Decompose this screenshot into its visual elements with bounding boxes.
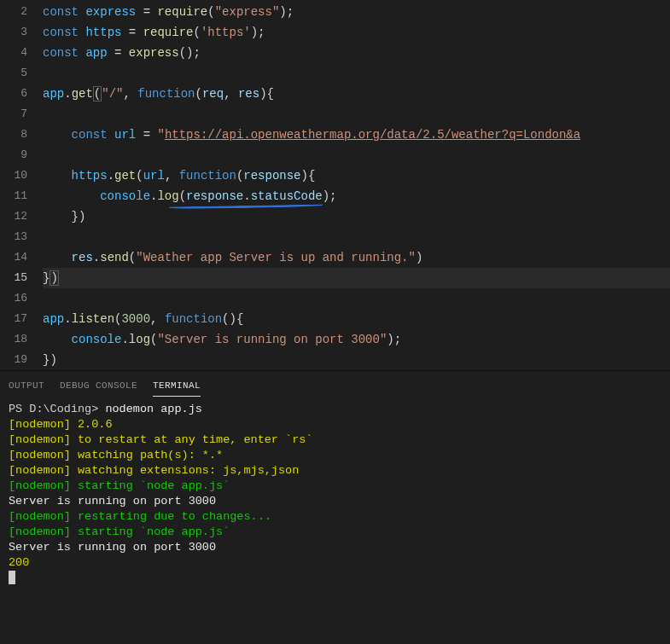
code-line[interactable]: }) <box>43 350 670 370</box>
line-number: 11 <box>0 186 27 206</box>
line-number: 5 <box>0 63 27 84</box>
code-line[interactable] <box>43 104 670 125</box>
line-number: 16 <box>0 288 27 309</box>
tab-terminal[interactable]: TERMINAL <box>153 380 201 397</box>
code-line[interactable]: console.log("Server is running on port 3… <box>43 329 670 350</box>
cursor-icon <box>9 571 15 584</box>
code-area[interactable]: const express = require("express");const… <box>43 2 670 370</box>
terminal-line: [nodemon] to restart at any time, enter … <box>9 432 661 448</box>
terminal-prompt-line: PS D:\Coding> nodemon app.js <box>9 402 661 417</box>
code-line[interactable]: const https = require('https'); <box>43 22 670 43</box>
terminal-line: [nodemon] watching path(s): *.* <box>9 448 661 463</box>
code-line[interactable]: }) <box>43 206 670 227</box>
line-number-gutter: 2345678910111213141516171819 <box>0 2 43 370</box>
tab-output[interactable]: OUTPUT <box>9 380 44 397</box>
line-number: 8 <box>0 125 27 145</box>
terminal-line: [nodemon] starting `node app.js` <box>9 479 661 494</box>
terminal-line: Server is running on port 3000 <box>9 494 661 509</box>
panel-tabs: OUTPUT DEBUG CONSOLE TERMINAL <box>0 374 670 397</box>
line-number: 18 <box>0 329 27 350</box>
code-line[interactable] <box>43 227 670 247</box>
code-line[interactable]: const express = require("express"); <box>43 2 670 22</box>
terminal-line: 200 <box>9 555 661 571</box>
code-line[interactable]: const app = express(); <box>43 43 670 63</box>
line-number: 17 <box>0 309 27 329</box>
code-line[interactable]: app.listen(3000, function(){ <box>43 309 670 329</box>
line-number: 4 <box>0 43 27 63</box>
code-line[interactable]: app.get("/", function(req, res){ <box>43 84 670 104</box>
terminal-command: nodemon app.js <box>105 403 201 415</box>
code-line[interactable] <box>43 145 670 165</box>
terminal-line: [nodemon] watching extensions: js,mjs,js… <box>9 463 661 479</box>
line-number: 19 <box>0 350 27 370</box>
code-editor[interactable]: 2345678910111213141516171819 const expre… <box>0 0 670 370</box>
line-number: 7 <box>0 104 27 125</box>
code-line[interactable]: const url = "https://api.openweathermap.… <box>43 125 670 145</box>
line-number: 9 <box>0 145 27 165</box>
line-number: 12 <box>0 206 27 227</box>
terminal-prompt: PS D:\Coding> <box>9 403 105 415</box>
line-number: 3 <box>0 22 27 43</box>
terminal-line: [nodemon] starting `node app.js` <box>9 525 661 540</box>
code-line[interactable] <box>43 288 670 309</box>
line-number: 10 <box>0 165 27 186</box>
matching-bracket: ( <box>93 86 102 102</box>
line-number: 2 <box>0 2 27 22</box>
line-number: 14 <box>0 247 27 268</box>
terminal-line: Server is running on port 3000 <box>9 540 661 555</box>
terminal-line: [nodemon] 2.0.6 <box>9 417 661 432</box>
line-number: 13 <box>0 227 27 247</box>
tab-debug-console[interactable]: DEBUG CONSOLE <box>60 380 137 397</box>
matching-bracket: ) <box>50 270 58 286</box>
line-number: 15 <box>0 268 27 288</box>
terminal-line: [nodemon] restarting due to changes... <box>9 509 661 525</box>
code-line[interactable] <box>43 63 670 84</box>
code-line[interactable]: console.log(response.statusCode); <box>43 186 670 206</box>
terminal-output[interactable]: PS D:\Coding> nodemon app.js[nodemon] 2.… <box>0 397 670 595</box>
code-line[interactable]: https.get(url, function(response){ <box>43 165 670 186</box>
line-number: 6 <box>0 84 27 104</box>
terminal-cursor-line[interactable] <box>9 571 661 586</box>
code-line[interactable]: res.send("Weather app Server is up and r… <box>43 247 670 268</box>
code-line[interactable]: }) <box>43 268 670 288</box>
bottom-panel: OUTPUT DEBUG CONSOLE TERMINAL PS D:\Codi… <box>0 374 670 644</box>
